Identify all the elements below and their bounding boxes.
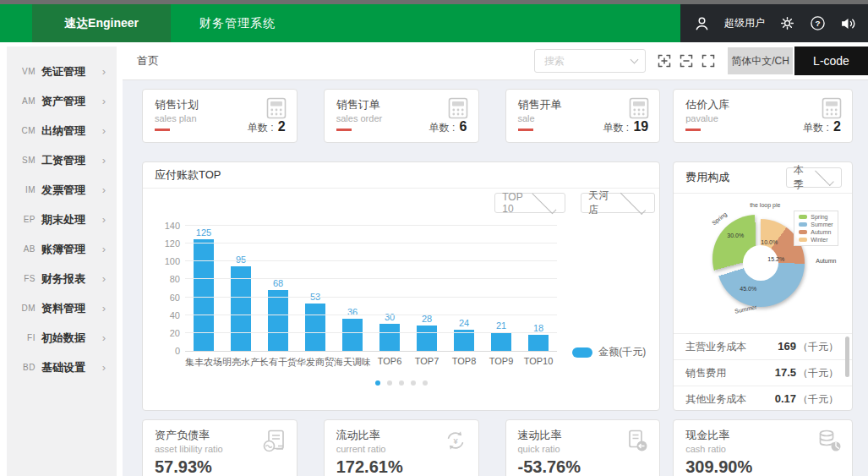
period-filter-select[interactable]: 本季 [786,167,842,188]
coins-pie-icon [816,429,842,452]
stat-card-sales-plan[interactable]: 销售计划sales plan单数 : 2 [142,89,298,143]
module-code: DM [15,304,35,313]
carousel-dot-1[interactable] [375,380,380,386]
scrollbar-thumb[interactable] [845,336,849,377]
module-code: BD [15,363,35,372]
card-coin-icon [624,429,649,452]
stat-card-sale[interactable]: 销售开单sale单数 : 19 [505,89,661,143]
pie-legend: SpringSummerAutumnWinter [794,211,838,246]
store-filter-select[interactable]: 天河店 [581,193,655,213]
expense-row: 主营业务成本169（千元） [674,333,852,359]
stat-card-pavalue[interactable]: 估价入库pavalue单数 : 2 [673,89,853,143]
expense-rows: 主营业务成本169（千元）销售费用17.5（千元）其他业务成本0.17（千元） [674,333,852,411]
settings-gear-icon[interactable] [779,15,795,31]
sidebar-item-ab[interactable]: AB账簿管理› [7,234,117,264]
language-button[interactable]: 简体中文/CH [728,47,793,74]
ratio-card-quick-ratio[interactable]: 速动比率quick ratio-53.76% [505,419,661,476]
app-title: 财务管理系统 [199,4,276,42]
pie-pct-autumn: 15.2% [767,256,784,262]
top-filter-select[interactable]: TOP 10 [494,193,565,213]
app-header: 速达Engineer 财务管理系统 超级用户 ? [0,4,868,42]
ratio-cards-row: 资产负债率asset libility ratio57.93%流动比率curre… [142,419,660,476]
carousel-dot-5[interactable] [423,380,428,386]
home-tab[interactable]: 首页 [137,53,159,68]
sidebar-item-vm[interactable]: VM凭证管理› [7,57,117,86]
chevron-right-icon: › [102,154,106,167]
sidebar-item-ep[interactable]: EP期末处理› [7,205,117,234]
ratio-card-asset-libility-ratio[interactable]: 资产负债率asset libility ratio57.93% [142,419,298,476]
expense-panel: 费用构成 本季 the loop pie30.0%45.0%15.2%10.0%… [673,161,853,411]
chevron-down-icon [532,189,556,214]
count-row: 单数 : 2 [248,119,286,135]
ratio-value: 57.93% [155,457,285,476]
brand-logo[interactable]: 速达Engineer [32,4,171,42]
stat-card-title: 估价入库 [685,97,840,112]
sidebar-item-label: 期末处理 [41,212,102,227]
legend-swatch [799,215,807,219]
main-content: 销售计划sales plan单数 : 2销售订单sales order单数 : … [123,80,868,476]
svg-text:¥: ¥ [453,437,458,446]
chevron-down-icon [620,189,645,214]
help-icon[interactable]: ? [810,15,826,31]
ratio-card-right: 现金比率cash ratio309.90% [673,419,853,476]
search-combobox[interactable] [534,49,646,73]
sidebar-item-cm[interactable]: CM出纳管理› [7,116,117,145]
x-tick-label: TOP10 [520,356,557,369]
zoom-in-icon[interactable] [657,53,672,68]
module-code: AM [15,96,35,106]
announcement-icon[interactable] [840,16,856,31]
sidebar-item-label: 工资管理 [41,153,102,168]
x-tick-label: 明亮水产 [222,356,259,369]
ratio-value: 309.90% [685,457,840,476]
stat-card-title: 销售计划 [155,97,285,112]
stat-card-sales-order[interactable]: 销售订单sales order单数 : 6 [324,89,479,143]
count-value: 19 [633,119,648,134]
user-icon[interactable] [694,16,710,31]
stat-card-right: 估价入库pavalue单数 : 2 [673,89,853,143]
pie-title: the loop pie [750,202,780,208]
zoom-out-icon[interactable] [679,53,694,68]
document-ratio-icon [261,429,287,452]
module-code: FI [15,333,35,342]
legend-label: 金额(千元) [598,345,646,359]
ratio-card-current-ratio[interactable]: 流动比率current ratio¥172.61% [324,419,479,476]
lcode-button[interactable]: L-code [794,47,868,75]
sidebar-item-dm[interactable]: DM资料管理› [7,293,117,323]
carousel-dot-3[interactable] [399,380,404,386]
sidebar-item-fi[interactable]: FI初始数据› [7,323,117,353]
chevron-right-icon: › [102,95,106,107]
carousel-dot-2[interactable] [387,380,392,386]
accent-dash [155,129,170,131]
pie-outer-label-spring: Spring [711,211,728,227]
calculator-icon [629,97,649,119]
module-code: AB [15,244,35,254]
count-value: 2 [278,119,286,134]
sidebar-item-sm[interactable]: SM工资管理› [7,145,117,175]
search-input[interactable] [543,54,631,68]
x-tick-label: 华发商贸 [297,356,334,369]
sidebar-item-label: 基础设置 [41,360,102,375]
carousel-dot-4[interactable] [411,380,416,386]
x-tick-label: TOP9 [483,356,520,369]
module-code: EP [15,215,35,224]
fullscreen-icon[interactable] [701,53,716,68]
sidebar-item-am[interactable]: AM资产管理› [7,86,117,116]
pie-pct-spring: 30.0% [727,233,744,238]
chevron-right-icon: › [102,213,106,226]
sidebar-item-label: 资产管理 [41,94,102,109]
x-tick-label: 集丰农场 [185,356,222,369]
y-axis: 020406080100120140 [155,226,180,351]
count-value: 6 [460,119,467,134]
username-label[interactable]: 超级用户 [724,16,765,30]
chevron-down-icon [631,56,639,64]
sidebar-item-bd[interactable]: BD基础设置› [7,353,117,382]
panel-title: 应付账款TOP [143,162,659,189]
sidebar-item-fs[interactable]: FS财务报表› [7,264,117,293]
sidebar-item-im[interactable]: IM发票管理› [7,175,117,205]
ratio-card-cash-ratio[interactable]: 现金比率cash ratio309.90% [673,419,853,476]
sidebar-item-label: 出纳管理 [41,123,102,139]
count-row: 单数 : 19 [603,119,648,135]
count-row: 单数 : 6 [429,119,467,135]
refresh-yen-icon: ¥ [443,429,468,452]
legend-swatch [799,230,807,234]
